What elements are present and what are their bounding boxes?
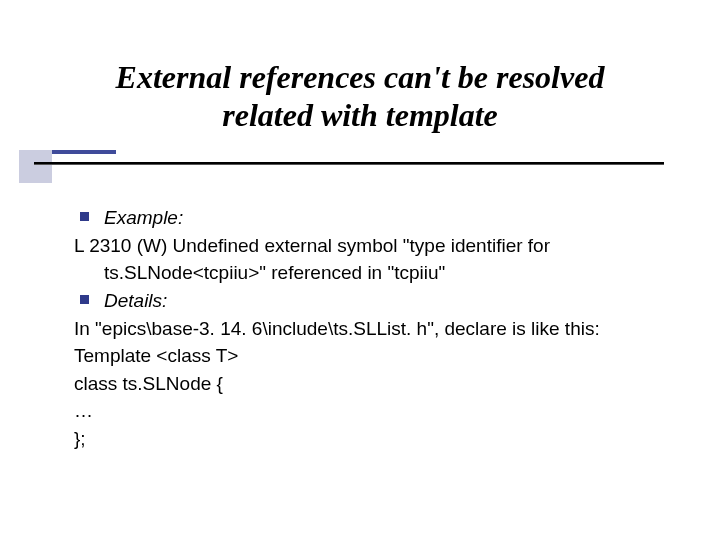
code-line-1: Template <class T> [74,343,684,369]
bullet-details: Details: [74,288,684,314]
bullet-example-label: Example: [104,207,183,228]
accent-square [19,150,52,183]
code-line-2: class ts.SLNode { [74,371,684,397]
bullet-square-icon [80,212,89,221]
divider-line [34,162,664,164]
slide-title: External references can't be resolved re… [0,58,720,135]
title-line-1: External references can't be resolved [0,58,720,96]
example-text-line-2: ts.SLNode<tcpiiu>" referenced in "tcpiiu… [74,260,684,286]
title-line-2: related with template [0,96,720,134]
bullet-square-icon [80,295,89,304]
code-line-3: … [74,398,684,424]
slide: External references can't be resolved re… [0,0,720,540]
example-text-line-1: L 2310 (W) Undefined external symbol "ty… [74,233,684,259]
code-line-4: }; [74,426,684,452]
bullet-details-label: Details: [104,290,167,311]
details-text-line-1: In "epics\base-3. 14. 6\include\ts.SLLis… [74,316,684,342]
bullet-example: Example: [74,205,684,231]
slide-body: Example: L 2310 (W) Undefined external s… [74,205,684,454]
